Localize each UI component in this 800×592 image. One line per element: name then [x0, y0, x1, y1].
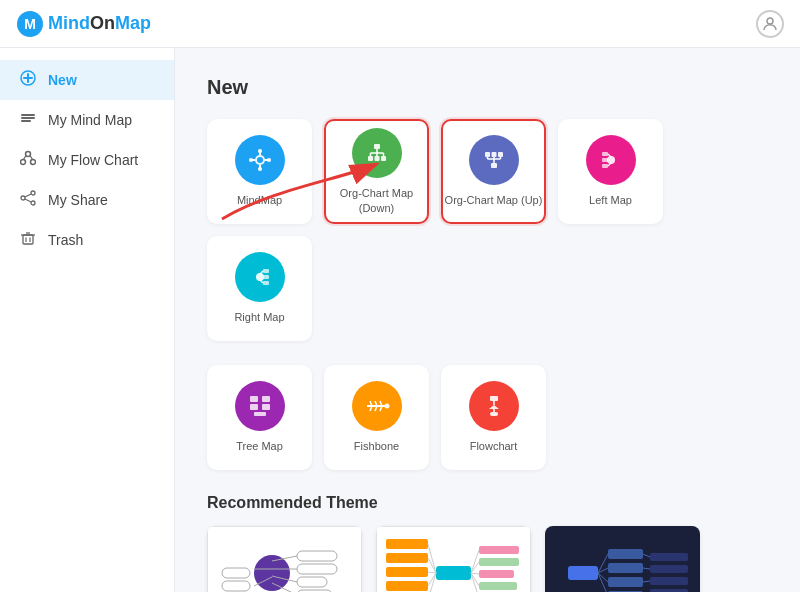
mindmap-icon — [247, 147, 273, 173]
svg-point-59 — [256, 273, 264, 281]
svg-rect-34 — [374, 144, 380, 149]
map-cards-container: MindMap — [207, 119, 768, 470]
fishbone-icon — [364, 393, 390, 419]
svg-line-116 — [428, 572, 436, 573]
sidebar-my-flow-chart-label: My Flow Chart — [48, 152, 138, 168]
svg-line-133 — [643, 554, 650, 557]
svg-line-113 — [471, 573, 479, 592]
theme-3-preview — [545, 526, 700, 592]
svg-rect-69 — [262, 404, 270, 410]
org-chart-up-icon — [481, 147, 507, 173]
share-icon — [18, 190, 38, 210]
svg-rect-102 — [386, 581, 428, 591]
svg-rect-46 — [491, 163, 497, 168]
org-chart-down-label: Org-Chart Map(Down) — [340, 186, 413, 215]
svg-point-15 — [21, 196, 25, 200]
tree-map-icon — [247, 393, 273, 419]
logo[interactable]: M MindOnMap — [16, 10, 151, 38]
svg-rect-55 — [602, 164, 608, 168]
sidebar-my-share-label: My Share — [48, 192, 108, 208]
svg-line-110 — [471, 562, 479, 573]
svg-rect-98 — [436, 566, 471, 580]
svg-rect-70 — [254, 412, 266, 416]
svg-rect-125 — [650, 565, 688, 573]
svg-marker-80 — [489, 405, 499, 409]
svg-rect-19 — [23, 235, 33, 244]
main-layout: New My Mind Map — [0, 48, 800, 592]
svg-line-13 — [30, 156, 33, 160]
svg-line-114 — [428, 544, 436, 573]
map-card-tree-map[interactable]: Tree Map — [207, 365, 312, 470]
svg-rect-68 — [262, 396, 270, 402]
flowchart-icon — [481, 393, 507, 419]
map-card-flowchart[interactable]: Flowchart — [441, 365, 546, 470]
logo-map: Map — [115, 13, 151, 33]
mind-map-icon — [18, 110, 38, 130]
svg-rect-79 — [490, 396, 498, 401]
map-card-mindmap[interactable]: MindMap — [207, 119, 312, 224]
map-type-grid-row2: Tree Map — [207, 365, 768, 470]
svg-rect-6 — [21, 114, 35, 116]
theme-card-1[interactable] — [207, 526, 362, 592]
sidebar-item-my-flow-chart[interactable]: My Flow Chart — [0, 140, 174, 180]
sidebar-item-my-mind-map[interactable]: My Mind Map — [0, 100, 174, 140]
right-map-icon-circle — [235, 252, 285, 302]
svg-rect-106 — [479, 570, 514, 578]
map-card-fishbone[interactable]: Fishbone — [324, 365, 429, 470]
main-content: New — [175, 48, 800, 592]
svg-rect-121 — [608, 563, 643, 573]
flowchart-icon-circle — [469, 381, 519, 431]
svg-line-117 — [428, 573, 436, 586]
svg-rect-104 — [479, 546, 519, 554]
mindmap-icon-circle — [235, 135, 285, 185]
svg-point-31 — [258, 167, 262, 171]
svg-rect-53 — [602, 152, 608, 156]
map-card-right-map[interactable]: Right Map — [207, 236, 312, 341]
logo-on: On — [90, 13, 115, 33]
svg-point-16 — [31, 201, 35, 205]
theme-grid — [207, 526, 768, 592]
theme-card-3[interactable] — [545, 526, 700, 592]
sidebar-trash-label: Trash — [48, 232, 83, 248]
left-map-icon — [598, 147, 624, 173]
svg-line-134 — [643, 568, 650, 569]
org-chart-down-icon-circle — [352, 128, 402, 178]
svg-rect-60 — [263, 269, 269, 273]
user-avatar-button[interactable] — [756, 10, 784, 38]
svg-rect-126 — [650, 577, 688, 585]
svg-rect-120 — [608, 549, 643, 559]
svg-rect-95 — [222, 581, 250, 591]
logo-mind: Mind — [48, 13, 90, 33]
svg-line-111 — [471, 573, 479, 574]
right-map-icon — [247, 264, 273, 290]
sidebar-item-new[interactable]: New — [0, 60, 174, 100]
svg-rect-87 — [297, 564, 337, 574]
left-map-icon-circle — [586, 135, 636, 185]
map-card-org-chart-down[interactable]: Org-Chart Map(Down) — [324, 119, 429, 224]
map-card-org-chart-up[interactable]: Org-Chart Map (Up) — [441, 119, 546, 224]
svg-rect-8 — [21, 120, 31, 122]
svg-line-118 — [428, 573, 436, 592]
svg-rect-101 — [386, 567, 428, 577]
org-chart-up-label: Org-Chart Map (Up) — [445, 193, 543, 207]
svg-rect-88 — [297, 577, 327, 587]
recommended-section: Recommended Theme — [207, 494, 768, 592]
theme-1-preview — [207, 526, 362, 592]
top-bar: M MindOnMap — [0, 0, 800, 48]
svg-point-33 — [267, 158, 271, 162]
sidebar-item-trash[interactable]: Trash — [0, 220, 174, 260]
org-chart-up-icon-circle — [469, 135, 519, 185]
sidebar-new-label: New — [48, 72, 77, 88]
theme-card-2[interactable] — [376, 526, 531, 592]
svg-point-2 — [767, 18, 773, 24]
map-card-left-map[interactable]: Left Map — [558, 119, 663, 224]
recommended-title: Recommended Theme — [207, 494, 768, 512]
svg-point-14 — [31, 191, 35, 195]
svg-rect-99 — [386, 539, 428, 549]
svg-rect-37 — [381, 156, 386, 161]
map-type-grid-row1: MindMap — [207, 119, 768, 341]
sidebar-item-my-share[interactable]: My Share — [0, 180, 174, 220]
user-icon — [761, 15, 779, 33]
svg-rect-86 — [297, 551, 337, 561]
svg-rect-44 — [491, 152, 496, 157]
